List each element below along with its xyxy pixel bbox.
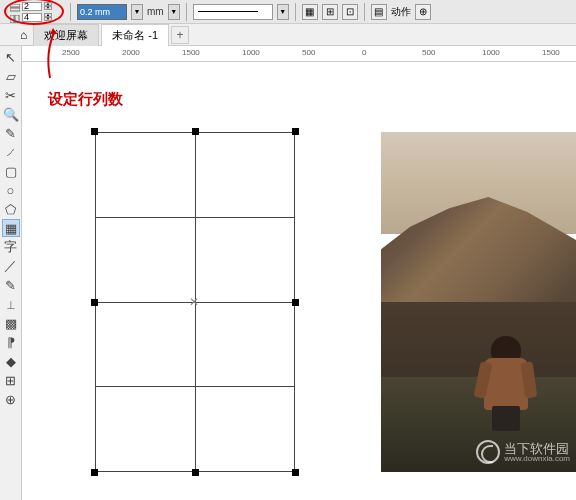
document-tabs: ⌂ 欢迎屏幕 未命名 -1 + bbox=[0, 24, 576, 46]
rows-columns-group: ▲ ▼ ▲ ▼ bbox=[4, 0, 64, 25]
tab-add-button[interactable]: + bbox=[171, 26, 189, 44]
svg-rect-3 bbox=[15, 15, 19, 23]
selection-handle-nw[interactable] bbox=[91, 128, 98, 135]
photo-person bbox=[479, 336, 533, 431]
table-object[interactable]: ✕ bbox=[95, 132, 295, 472]
ruler-tick: 1000 bbox=[482, 48, 500, 57]
ruler-tick: 1500 bbox=[182, 48, 200, 57]
ruler-tick: 1500 bbox=[542, 48, 560, 57]
rows-input[interactable] bbox=[22, 2, 42, 11]
divider bbox=[186, 3, 187, 21]
dimension-tool[interactable]: ⟂ bbox=[2, 295, 20, 313]
bezier-tool[interactable]: ⟋ bbox=[2, 143, 20, 161]
polygon-tool[interactable]: ⬠ bbox=[2, 200, 20, 218]
watermark-url: www.downxia.com bbox=[504, 455, 570, 463]
watermark-name: 当下软件园 bbox=[504, 442, 570, 455]
shape-tool[interactable]: ▱ bbox=[2, 67, 20, 85]
toolbox: ↖ ▱ ✂ 🔍 ✎ ⟋ ▢ ○ ⬠ ▦ 字 ／ ✎ ⟂ ▩ ⁋ ◆ ⊞ ⊕ bbox=[0, 46, 22, 500]
cols-down-button[interactable]: ▼ bbox=[44, 17, 52, 21]
ruler-tick: 2500 bbox=[62, 48, 80, 57]
ruler-tick: 2000 bbox=[122, 48, 140, 57]
pick-tool[interactable]: ↖ bbox=[2, 48, 20, 66]
annotation-arrow bbox=[35, 26, 60, 86]
wrap-text-icon[interactable]: ▤ bbox=[371, 4, 387, 20]
selection-handle-ne[interactable] bbox=[292, 128, 299, 135]
fill-tool[interactable]: ◆ bbox=[2, 352, 20, 370]
rows-spinner-row: ▲ ▼ bbox=[10, 1, 52, 11]
action-label: 动作 bbox=[391, 5, 411, 19]
border-options-icon[interactable]: ▦ bbox=[302, 4, 318, 20]
watermark-logo-icon bbox=[476, 440, 500, 464]
selection-handle-sw[interactable] bbox=[91, 469, 98, 476]
cols-icon bbox=[10, 13, 20, 21]
svg-rect-0 bbox=[10, 4, 20, 7]
rows-icon bbox=[10, 2, 20, 10]
line-preview bbox=[198, 11, 258, 12]
cols-input[interactable] bbox=[22, 13, 42, 22]
property-bar: ▲ ▼ ▲ ▼ ▼ mm ▼ ▼ ▦ ⊞ ⊡ ▤ 动作 ⊕ bbox=[0, 0, 576, 24]
ruler-tick: 0 bbox=[362, 48, 366, 57]
text-tool[interactable]: 字 bbox=[2, 238, 20, 256]
unit-label: mm bbox=[147, 6, 164, 17]
outline-width-input[interactable] bbox=[77, 4, 127, 20]
zoom-tool[interactable]: 🔍 bbox=[2, 105, 20, 123]
line-style-dropdown[interactable]: ▼ bbox=[277, 4, 289, 20]
tab-untitled[interactable]: 未命名 -1 bbox=[101, 24, 169, 46]
selection-handle-se[interactable] bbox=[292, 469, 299, 476]
watermark: 当下软件园 www.downxia.com bbox=[476, 440, 570, 464]
margins-icon[interactable]: ⊞ bbox=[322, 4, 338, 20]
line-style-select[interactable] bbox=[193, 4, 273, 20]
eyedropper-tool[interactable]: ⁋ bbox=[2, 333, 20, 351]
line-tool[interactable]: ／ bbox=[2, 257, 20, 275]
svg-rect-1 bbox=[10, 8, 20, 11]
selection-handle-n[interactable] bbox=[192, 128, 199, 135]
selection-handle-e[interactable] bbox=[292, 299, 299, 306]
annotation-text: 设定行列数 bbox=[48, 90, 123, 109]
pen-tool[interactable]: ✎ bbox=[2, 276, 20, 294]
mesh-tool[interactable]: ⊞ bbox=[2, 371, 20, 389]
svg-rect-2 bbox=[10, 15, 14, 23]
ruler-tick: 500 bbox=[302, 48, 315, 57]
selection-handle-w[interactable] bbox=[91, 299, 98, 306]
ruler-tick: 500 bbox=[422, 48, 435, 57]
selection-handle-s[interactable] bbox=[192, 469, 199, 476]
cols-spinner-row: ▲ ▼ bbox=[10, 12, 52, 22]
outline-width-dropdown[interactable]: ▼ bbox=[131, 4, 143, 20]
divider bbox=[364, 3, 365, 21]
unit-dropdown[interactable]: ▼ bbox=[168, 4, 180, 20]
horizontal-ruler: 2500 2000 1500 1000 500 0 500 1000 1500 bbox=[22, 46, 576, 62]
divider bbox=[295, 3, 296, 21]
selection-center[interactable]: ✕ bbox=[189, 295, 199, 309]
photo-image[interactable]: 当下软件园 www.downxia.com bbox=[381, 132, 576, 472]
rectangle-tool[interactable]: ▢ bbox=[2, 162, 20, 180]
add-action-button[interactable]: ⊕ bbox=[415, 4, 431, 20]
rows-down-button[interactable]: ▼ bbox=[44, 6, 52, 10]
transparency-tool[interactable]: ▩ bbox=[2, 314, 20, 332]
ellipse-tool[interactable]: ○ bbox=[2, 181, 20, 199]
table-tool[interactable]: ▦ bbox=[2, 219, 20, 237]
ruler-tick: 1000 bbox=[242, 48, 260, 57]
freehand-tool[interactable]: ✎ bbox=[2, 124, 20, 142]
options-icon[interactable]: ⊡ bbox=[342, 4, 358, 20]
divider bbox=[70, 3, 71, 21]
crop-tool[interactable]: ✂ bbox=[2, 86, 20, 104]
effect-tool[interactable]: ⊕ bbox=[2, 390, 20, 408]
home-icon[interactable]: ⌂ bbox=[20, 28, 27, 42]
